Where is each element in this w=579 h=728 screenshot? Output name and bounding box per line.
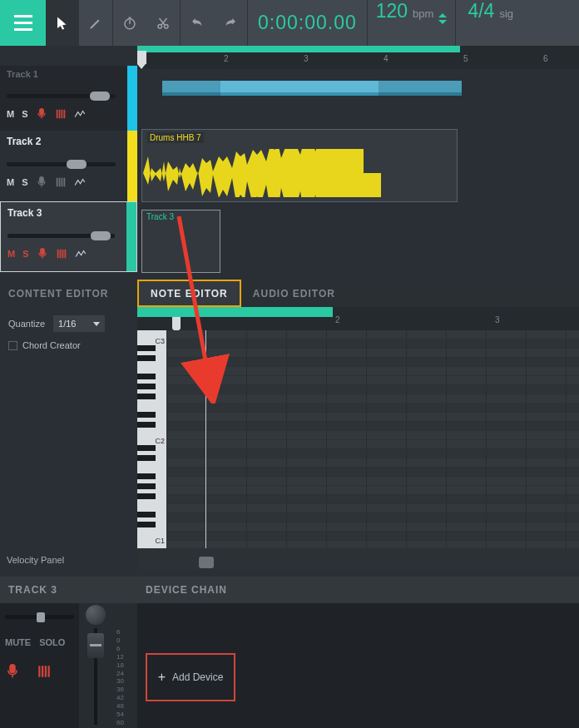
automation-icon[interactable] <box>75 248 87 260</box>
menu-button[interactable] <box>0 0 46 46</box>
metronome-button[interactable] <box>113 0 146 46</box>
playhead[interactable] <box>172 317 181 329</box>
tempo-value: 120 <box>376 0 408 22</box>
automation-icon[interactable] <box>74 108 86 120</box>
octave-label: C2 <box>155 437 165 445</box>
track-header-3[interactable]: Track 3 M S <box>0 201 137 272</box>
mute-button[interactable]: M <box>7 177 14 187</box>
device-chain-title: DEVICE CHAIN <box>137 584 227 596</box>
midi-clip[interactable] <box>162 81 220 96</box>
piano-keyboard[interactable]: C3 C2 C1 /* decorative - black keys draw… <box>137 330 166 548</box>
octave-label: C1 <box>155 537 165 545</box>
ruler-tick: 3 <box>304 54 309 63</box>
ruler-tick: 3 <box>495 315 500 324</box>
add-device-label: Add Device <box>172 671 223 683</box>
track-volume-knob[interactable] <box>90 92 110 101</box>
pencil-tool[interactable] <box>79 0 112 46</box>
redo-button[interactable] <box>214 0 247 46</box>
record-arm-icon[interactable] <box>5 664 20 679</box>
pointer-tool[interactable] <box>46 0 79 46</box>
tab-note-editor[interactable]: NOTE EDITOR <box>137 280 241 307</box>
mute-button[interactable]: M <box>7 109 14 119</box>
chevron-down-icon <box>93 322 100 326</box>
add-device-button[interactable]: + Add Device <box>146 653 235 701</box>
instrument-icon[interactable] <box>37 664 52 679</box>
note-editor-ruler[interactable]: 2 3 <box>137 307 579 330</box>
chord-creator-label: Chord Creator <box>22 340 81 350</box>
tempo-up[interactable] <box>438 13 447 17</box>
solo-button[interactable]: S <box>22 249 28 259</box>
gain-knob[interactable] <box>86 605 106 625</box>
scroll-handle[interactable] <box>199 557 214 568</box>
fader-handle[interactable] <box>87 633 104 658</box>
quantize-select[interactable]: 1/16 <box>53 315 105 332</box>
track-header-1[interactable]: Track 1 M S <box>0 66 137 131</box>
midi-clip[interactable] <box>220 81 379 96</box>
track-name: Track 2 <box>7 136 131 147</box>
solo-button[interactable]: S <box>22 109 27 119</box>
ruler-tick: 5 <box>463 54 468 63</box>
time-signature-box[interactable]: 4/4 sig <box>456 0 525 46</box>
solo-button[interactable]: SOLO <box>39 637 65 647</box>
track-name: Track 1 <box>7 69 131 79</box>
mute-button[interactable]: MUTE <box>5 637 31 647</box>
record-arm-icon[interactable] <box>37 248 48 260</box>
time-signature-value: 4/4 <box>468 0 494 22</box>
instrument-icon[interactable] <box>56 248 67 260</box>
pan-knob[interactable] <box>37 612 45 622</box>
track-section-title: TRACK 3 <box>0 584 137 596</box>
record-arm-icon[interactable] <box>36 108 47 120</box>
mute-button[interactable]: M <box>7 249 15 259</box>
tempo-unit: bpm <box>413 7 433 20</box>
quantize-label: Quantize <box>8 319 45 329</box>
track-name: Track 3 <box>7 207 130 219</box>
empty-clip[interactable]: Track 3 <box>141 210 220 273</box>
tab-audio-editor[interactable]: AUDIO EDITOR <box>241 280 347 307</box>
tempo-down[interactable] <box>438 20 447 24</box>
ruler-tick: 2 <box>224 54 229 63</box>
track-color-strip <box>127 131 137 201</box>
midi-clip[interactable] <box>379 81 462 96</box>
loop-region[interactable] <box>137 46 460 52</box>
record-arm-icon[interactable] <box>36 176 47 188</box>
quantize-value: 1/16 <box>58 319 76 329</box>
piano-roll-grid[interactable] <box>166 330 579 548</box>
clip-label: Track 3 <box>146 212 174 221</box>
clip-lane[interactable]: Track 3 <box>137 205 579 275</box>
fader-strip: 606121824303642485460 <box>79 603 137 728</box>
automation-icon[interactable] <box>74 176 86 188</box>
content-editor-label: CONTENT EDITOR <box>0 288 137 300</box>
timeline-ruler[interactable]: 1 2 3 4 5 6 <box>137 46 579 69</box>
timecode-display[interactable]: 0:00:00.00 <box>248 0 368 46</box>
waveform-icon <box>141 149 458 197</box>
octave-label: C3 <box>155 337 165 345</box>
chord-creator-checkbox[interactable]: Chord Creator <box>8 340 129 350</box>
velocity-panel-label: Velocity Panel <box>7 555 64 565</box>
cut-tool[interactable] <box>146 0 180 46</box>
loop-region[interactable] <box>137 307 333 317</box>
plus-icon: + <box>158 670 166 685</box>
instrument-icon[interactable] <box>55 108 67 120</box>
instrument-icon[interactable] <box>55 176 67 188</box>
track-header-2[interactable]: Track 2 M S <box>0 131 137 201</box>
tempo-box[interactable]: 120 bpm <box>368 0 457 46</box>
ruler-tick: 4 <box>384 54 388 63</box>
track-color-strip <box>127 66 137 131</box>
clip-lane[interactable]: Drums HHB 7 <box>137 134 579 205</box>
track-volume-knob[interactable] <box>91 231 111 240</box>
time-signature-unit: sig <box>499 7 513 20</box>
playhead[interactable] <box>137 51 146 64</box>
clip-lane[interactable] <box>137 69 579 134</box>
solo-button[interactable]: S <box>22 177 27 187</box>
undo-button[interactable] <box>181 0 214 46</box>
clip-label: Drums HHB 7 <box>147 132 204 143</box>
ruler-tick: 2 <box>335 315 340 324</box>
ruler-tick: 6 <box>543 54 548 63</box>
track-color-strip <box>126 202 136 271</box>
track-volume-knob[interactable] <box>67 160 87 169</box>
